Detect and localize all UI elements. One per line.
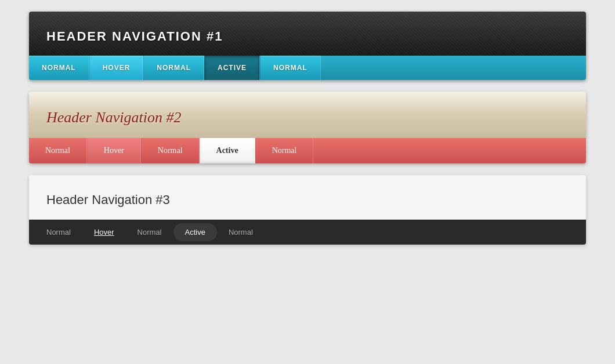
nav2-header: Header Navigation #2 [29, 92, 586, 138]
nav2-item-5[interactable]: Normal [255, 138, 314, 163]
nav2-item-4[interactable]: Active [200, 138, 255, 163]
nav3-item-3[interactable]: Normal [126, 220, 173, 245]
nav1-item-5[interactable]: NORMAL [260, 56, 321, 80]
nav3-header: Header Navigation #3 [29, 175, 586, 220]
nav1-bar: NORMAL HOVER NORMAL ACTIVE NORMAL [29, 56, 586, 80]
nav3-item-1[interactable]: Normal [35, 220, 82, 245]
nav3-bar: Normal Hover Normal Active Normal [29, 220, 586, 245]
nav2-item-1[interactable]: Normal [29, 138, 87, 163]
nav2-item-3[interactable]: Normal [141, 138, 200, 163]
nav2-bar: Normal Hover Normal Active Normal [29, 138, 586, 163]
nav1-item-3[interactable]: NORMAL [143, 56, 204, 80]
nav3-item-5[interactable]: Normal [217, 220, 265, 245]
nav1-item-1[interactable]: NORMAL [29, 56, 89, 80]
nav1-header: HEADER NAVIGATION #1 [29, 12, 586, 56]
nav1-item-4[interactable]: ACTIVE [204, 56, 260, 80]
nav1-item-2[interactable]: HOVER [89, 56, 144, 80]
nav2-item-2[interactable]: Hover [87, 138, 141, 163]
nav2-title: Header Navigation #2 [46, 109, 182, 126]
nav3-title: Header Navigation #3 [46, 192, 170, 207]
nav2-widget: Header Navigation #2 Normal Hover Normal… [29, 92, 586, 163]
nav3-item-2[interactable]: Hover [82, 220, 126, 245]
nav1-widget: HEADER NAVIGATION #1 NORMAL HOVER NORMAL… [29, 12, 586, 80]
nav3-item-4[interactable]: Active [173, 223, 217, 241]
nav3-widget: Header Navigation #3 Normal Hover Normal… [29, 175, 586, 245]
nav1-title: HEADER NAVIGATION #1 [46, 29, 223, 43]
